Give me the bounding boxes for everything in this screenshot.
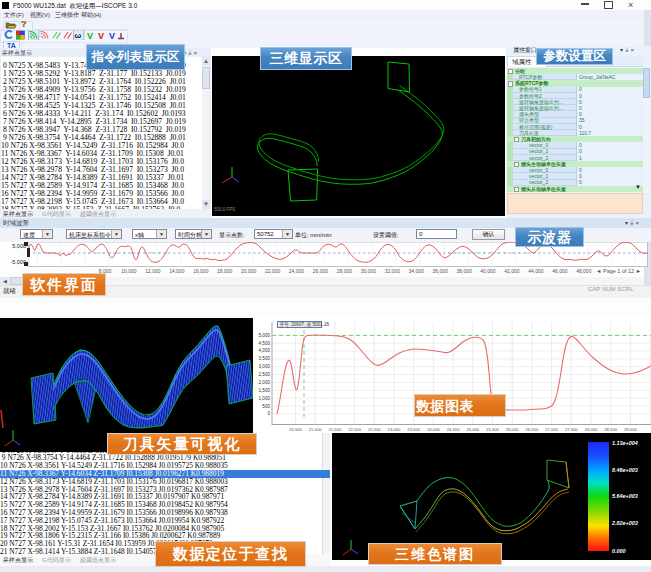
svg-text:2.82e+003: 2.82e+003 xyxy=(611,520,638,526)
svg-text:8.46e+003: 8.46e+003 xyxy=(612,467,638,473)
svg-text:V: V xyxy=(98,31,104,41)
svg-text:V: V xyxy=(87,31,93,41)
svg-text:V: V xyxy=(109,31,115,41)
svg-text:5.64e+003: 5.64e+003 xyxy=(612,493,638,499)
svg-text:ω: ω xyxy=(75,31,82,40)
svg-text:500.0 FPS: 500.0 FPS xyxy=(214,207,235,212)
svg-text:1.13e+004: 1.13e+004 xyxy=(612,440,638,446)
svg-text:0.000: 0.000 xyxy=(612,548,626,554)
